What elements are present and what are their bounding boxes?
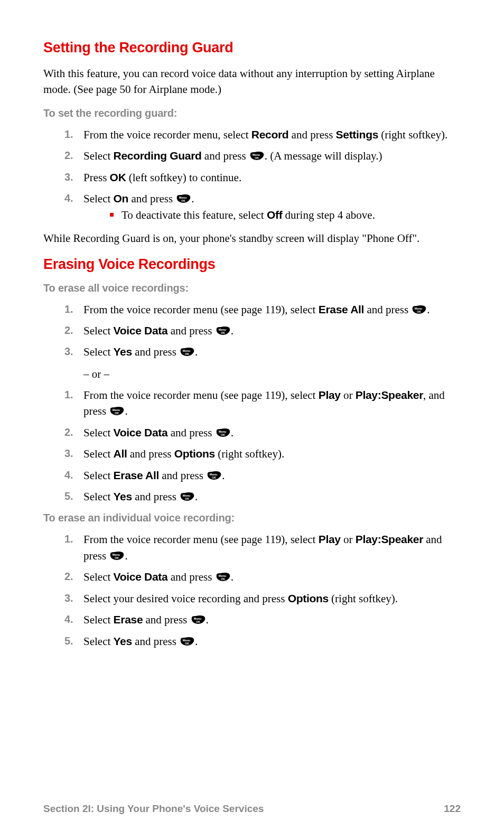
bold-term: Settings <box>336 128 378 141</box>
menu-ok-icon <box>207 471 221 480</box>
step-item: 4. Select Erase All and press . <box>64 468 461 483</box>
bold-term: Yes <box>114 346 132 358</box>
step-number: 5. <box>64 633 73 649</box>
step-item: 5. Select Yes and press . <box>64 633 461 649</box>
bold-term: Yes <box>114 490 132 502</box>
menu-ok-icon <box>180 637 194 646</box>
bold-term: Erase All <box>114 469 159 481</box>
footer-page-number: 122 <box>444 803 461 815</box>
menu-ok-icon <box>180 348 194 357</box>
step-number: 1. <box>64 531 73 547</box>
step-text: and press <box>167 571 214 583</box>
step-number: 5. <box>64 489 73 504</box>
bold-term: Voice Data <box>114 324 168 337</box>
step-number: 1. <box>64 387 73 403</box>
step-text: and press <box>288 128 335 141</box>
step-item: 3. Select All and press Options (right s… <box>64 446 461 462</box>
step-text: and press <box>167 426 214 439</box>
step-text: . <box>231 571 234 583</box>
step-text: or <box>341 389 356 402</box>
step-text: . (A message will display.) <box>265 150 382 162</box>
step-item: 2. Select Voice Data and press . <box>64 425 461 441</box>
step-text: Select <box>83 150 114 162</box>
step-number: 2. <box>64 323 73 338</box>
sub-bullet-list: To deactivate this feature, select Off d… <box>83 207 461 223</box>
bullet-text: To deactivate this feature, select <box>122 209 267 221</box>
menu-ok-icon <box>109 407 124 416</box>
menu-ok-icon <box>180 492 194 501</box>
menu-ok-icon <box>412 305 426 314</box>
step-text: . <box>427 303 430 316</box>
outro-text: While Recording Guard is on, your phone'… <box>43 230 461 246</box>
step-text: and press <box>143 613 190 626</box>
menu-ok-icon <box>216 573 230 582</box>
step-item: 2. Select Recording Guard and press . (A… <box>64 148 461 164</box>
step-text: or <box>341 533 356 546</box>
intro-text: With this feature, you can record voice … <box>43 66 461 98</box>
step-number: 2. <box>64 425 73 440</box>
menu-ok-icon <box>191 615 206 624</box>
step-item: 1. From the voice recorder menu (see pag… <box>64 302 461 318</box>
step-text: . <box>125 549 127 562</box>
step-text: . <box>125 405 127 417</box>
bold-term: Voice Data <box>114 426 168 438</box>
step-text: and press <box>132 490 179 503</box>
step-text: From the voice recorder menu (see page 1… <box>83 389 319 402</box>
bold-term: On <box>114 192 129 204</box>
step-text: and press <box>364 303 411 316</box>
step-text: Select <box>83 635 114 648</box>
bold-term: Erase All <box>319 303 364 315</box>
menu-ok-icon <box>249 152 264 161</box>
step-number: 2. <box>64 569 73 584</box>
step-item: 4. Select Erase and press . <box>64 612 461 628</box>
step-text: . <box>195 490 198 503</box>
step-number: 2. <box>64 148 73 163</box>
step-number: 3. <box>64 446 73 461</box>
step-item: 4. Select On and press . To deactivate t… <box>64 191 461 223</box>
subheading-erase-individual: To erase an individual voice recording: <box>43 512 461 524</box>
step-item: 3. Select your desired voice recording a… <box>64 591 461 606</box>
step-number: 3. <box>64 170 73 185</box>
step-text: and press <box>132 635 179 648</box>
step-number: 1. <box>64 302 73 317</box>
bold-term: Play <box>319 533 341 545</box>
bold-term: Options <box>174 447 215 460</box>
step-text: Select <box>83 613 114 626</box>
menu-ok-icon <box>109 552 124 561</box>
step-item: 1. From the voice recorder menu (see pag… <box>64 387 461 419</box>
bold-term: Play:Speaker <box>356 533 423 545</box>
bold-term: All <box>114 447 127 460</box>
step-text: and press <box>132 346 179 358</box>
steps-list-2b: 1. From the voice recorder menu (see pag… <box>43 387 461 505</box>
step-text: From the voice recorder menu, select <box>83 128 251 141</box>
step-number: 1. <box>64 127 73 142</box>
bullet-text: during step 4 above. <box>282 209 375 221</box>
step-text: . <box>191 192 194 205</box>
step-text: Select <box>83 346 114 358</box>
page-footer: Section 2I: Using Your Phone's Voice Ser… <box>43 803 461 815</box>
step-text: and press <box>159 469 206 482</box>
step-text: and press <box>127 447 174 460</box>
step-text: and press <box>128 192 175 205</box>
menu-ok-icon <box>216 428 230 437</box>
step-item: 2. Select Voice Data and press . <box>64 323 461 339</box>
menu-ok-icon <box>176 194 191 203</box>
step-text: (right softkey). <box>215 447 284 460</box>
steps-list-2a: 1. From the voice recorder menu (see pag… <box>43 302 461 360</box>
bold-term: Erase <box>114 613 143 626</box>
step-number: 3. <box>64 344 73 359</box>
step-item: 5. Select Yes and press . <box>64 489 461 505</box>
step-item: 3. Select Yes and press . <box>64 344 461 360</box>
step-text: From the voice recorder menu (see page 1… <box>83 533 319 546</box>
step-item: 1. From the voice recorder menu (see pag… <box>64 531 461 564</box>
bold-term: Yes <box>114 635 132 647</box>
bold-term: Options <box>288 592 329 604</box>
step-item: 3. Press OK (left softkey) to continue. <box>64 170 461 185</box>
step-number: 4. <box>64 191 73 206</box>
step-text: Press <box>83 171 110 184</box>
subheading-erase-all: To erase all voice recordings: <box>43 282 461 294</box>
step-text: Select <box>83 571 114 583</box>
step-text: Select <box>83 192 114 205</box>
step-number: 4. <box>64 468 73 483</box>
bold-term: OK <box>110 171 126 183</box>
